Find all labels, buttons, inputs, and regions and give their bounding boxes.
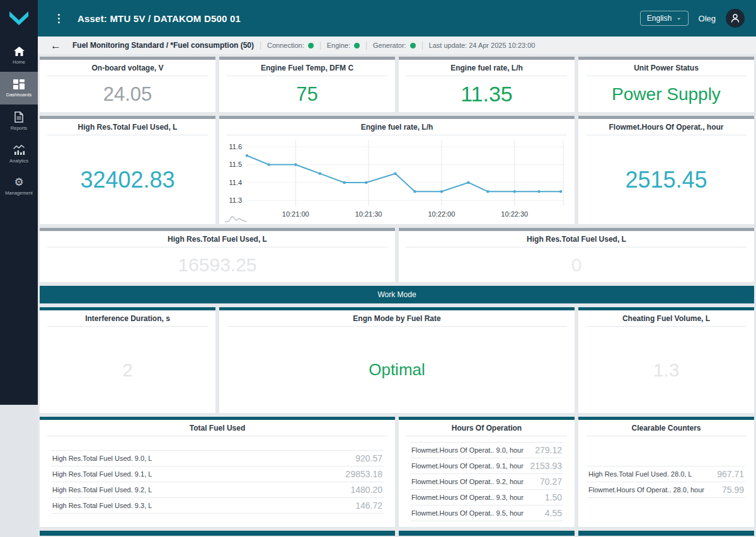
svg-text:10:22:30: 10:22:30: [501, 210, 528, 218]
connection-status-dot: [308, 43, 314, 48]
logo-chevron-icon: [8, 10, 30, 26]
sidebar-nav: Home Dashboards Reports Analytics ⚙: [0, 37, 38, 405]
language-select[interactable]: English ⌄: [640, 11, 689, 26]
widget-title: High Res.Total Fuel Used, L: [40, 119, 215, 135]
analytics-icon: [13, 144, 25, 155]
widget-value: Optimal: [369, 360, 425, 380]
status-connection: Connection:: [267, 42, 314, 49]
widget-engine-fuel-rate: Engine fuel rate, L/h 11.35: [399, 57, 575, 112]
table-row: High Res.Total Fuel Used. 9.3, L 146.72: [51, 497, 384, 514]
widget-value: 32402.83: [80, 167, 175, 193]
widget-engine-fuel-temp: Engine Fuel Temp, DFM C 75: [219, 57, 395, 112]
last-update-text: Last update: 24 Apr 2025 10:23:00: [429, 42, 536, 49]
status-engine: Engine:: [327, 42, 360, 49]
sidebar-empty-area: [0, 405, 38, 537]
table-title: Clearable Counters: [578, 420, 754, 436]
table-row: High Res.Total Fuel Used. 28.0, L 967.71: [587, 466, 745, 482]
sidebar-item-management[interactable]: ⚙ Management: [0, 170, 38, 203]
widget-title: Cheating Fuel Volume, L: [578, 310, 754, 326]
widget-value: Power Supply: [612, 84, 721, 105]
widget-title: Engn Mode by Fuel Rate: [219, 310, 575, 326]
table-row: Flowmet.Hours Of Operat.. 9.5, hour 4.55: [410, 505, 563, 521]
svg-text:11.6: 11.6: [229, 143, 242, 150]
person-icon: [730, 13, 740, 23]
gear-icon: ⚙: [14, 177, 23, 188]
table-row: Flowmet.Hours Of Operat.. 9.1, hour 2153…: [410, 458, 563, 473]
table-row: Flowmet.Hours Of Operat.. 9.2, hour 70.2…: [410, 473, 563, 489]
widget-value: 24.05: [103, 83, 152, 106]
sidebar-item-label: Analytics: [9, 158, 28, 164]
widget-title: Engine fuel rate, L/h: [399, 60, 575, 76]
widget-value: 75: [296, 83, 318, 106]
table-title: Hours Of Operation: [399, 420, 575, 436]
language-label: English: [647, 14, 672, 23]
widget-total-fuel-used-3: High Res.Total Fuel Used, L 0: [399, 228, 754, 282]
work-mode-banner: Work Mode: [40, 286, 754, 303]
sidebar-item-dashboards[interactable]: Dashboards: [0, 72, 38, 105]
table-row: Flowmet.Hours Of Operat.. 9.0, hour 279.…: [410, 442, 563, 458]
table-row: Flowmet.Hours Of Operat.. 9.3, hour 1.50: [410, 489, 563, 505]
top-bar: Asset: MTU 5V / DATAKOM D500 01 English …: [38, 0, 756, 37]
table-row: High Res.Total Fuel Used. 9.2, L 1480.20: [51, 482, 384, 497]
widget-cheating-fuel-volume: Cheating Fuel Volume, L 1.3: [578, 307, 754, 413]
widget-value: 1.3: [653, 359, 680, 381]
widget-title: Engine Fuel Temp, DFM C: [219, 60, 395, 76]
sidebar-item-label: Home: [13, 59, 25, 65]
chevron-down-icon: ⌄: [676, 14, 681, 21]
table-clearable-counters: Clearable Counters High Res.Total Fuel U…: [578, 417, 754, 527]
svg-text:11.5: 11.5: [229, 161, 242, 168]
table-row: High Res.Total Fuel Used. 9.1, L 29853.1…: [51, 466, 384, 482]
widget-value: 0: [571, 254, 582, 276]
sidebar-item-home[interactable]: Home: [0, 39, 38, 72]
user-avatar[interactable]: [726, 9, 745, 28]
table-title: Total Fuel Used: [40, 420, 395, 436]
svg-text:11.4: 11.4: [229, 179, 242, 186]
widget-onboard-voltage: On-board voltage, V 24.05: [40, 57, 215, 112]
work-mode-label: Work Mode: [377, 290, 416, 299]
widget-value: 16593.25: [178, 254, 256, 276]
widget-title: High Res.Total Fuel Used, L: [40, 231, 395, 247]
table-row: High Res.Total Fuel Used. 9.0, L 920.57: [51, 450, 384, 466]
widget-flowmeter-hours: Flowmet.Hours Of Operat., hour 2515.45: [578, 116, 754, 224]
user-name: Oleg: [699, 14, 716, 23]
widget-title: On-board voltage, V: [40, 60, 215, 76]
engine-status-dot: [354, 43, 360, 48]
widget-total-fuel-used-2: High Res.Total Fuel Used, L 16593.25: [40, 228, 395, 282]
widget-title: Interference Duration, s: [40, 310, 215, 326]
back-arrow-button[interactable]: ←: [50, 40, 61, 51]
widget-fuel-rate-chart: Engine fuel rate, L/h 11.311.411.511.610…: [219, 116, 575, 224]
widget-value: 2: [122, 359, 133, 381]
svg-text:10:21:00: 10:21:00: [282, 210, 309, 218]
sidebar-item-label: Management: [5, 190, 33, 196]
widget-engn-mode: Engn Mode by Fuel Rate Optimal: [219, 307, 575, 413]
status-generator: Generator:: [373, 42, 416, 49]
widget-unit-power-status: Unit Power Status Power Supply: [578, 57, 754, 112]
chart-title: Engine fuel rate, L/h: [219, 119, 575, 135]
widget-value: 11.35: [461, 82, 513, 106]
line-chart[interactable]: 11.311.411.511.610:21:0010:21:3010:22:00…: [219, 135, 575, 224]
widget-title: High Res.Total Fuel Used, L: [399, 231, 754, 247]
dashboard-subheader: ← Fuel Monitoring Standard / *Fuel consu…: [38, 37, 756, 54]
next-widget-strip: [578, 531, 754, 536]
fuel-rate-line-chart: 11.311.411.511.610:21:0010:21:3010:22:00…: [219, 135, 570, 222]
asset-title: Asset: MTU 5V / DATAKOM D500 01: [77, 13, 241, 24]
app-logo[interactable]: [0, 0, 38, 37]
dashboard-grid: On-board voltage, V 24.05 Engine Fuel Te…: [38, 54, 756, 537]
next-widget-strip: [40, 531, 395, 536]
sidebar-item-label: Reports: [11, 125, 27, 131]
kebab-menu-icon[interactable]: [55, 11, 62, 26]
breadcrumb: Fuel Monitoring Standard / *Fuel consump…: [72, 41, 254, 50]
sidebar-item-analytics[interactable]: Analytics: [0, 137, 38, 170]
chart-navigator-icon[interactable]: [224, 214, 247, 223]
widget-title: Unit Power Status: [578, 60, 754, 76]
svg-text:10:21:30: 10:21:30: [355, 210, 382, 218]
widget-total-fuel-used: High Res.Total Fuel Used, L 32402.83: [40, 116, 215, 224]
sidebar-item-reports[interactable]: Reports: [0, 105, 38, 137]
table-hours-of-operation: Hours Of Operation Flowmet.Hours Of Oper…: [399, 417, 575, 527]
next-widget-strip: [399, 531, 575, 536]
reports-icon: [14, 111, 24, 123]
svg-text:11.3: 11.3: [229, 196, 242, 204]
widget-value: 2515.45: [625, 167, 707, 193]
sidebar-item-label: Dashboards: [6, 92, 32, 98]
table-row: Flowmet.Hours Of Operat.. 28.0, hour 75.…: [587, 482, 745, 498]
